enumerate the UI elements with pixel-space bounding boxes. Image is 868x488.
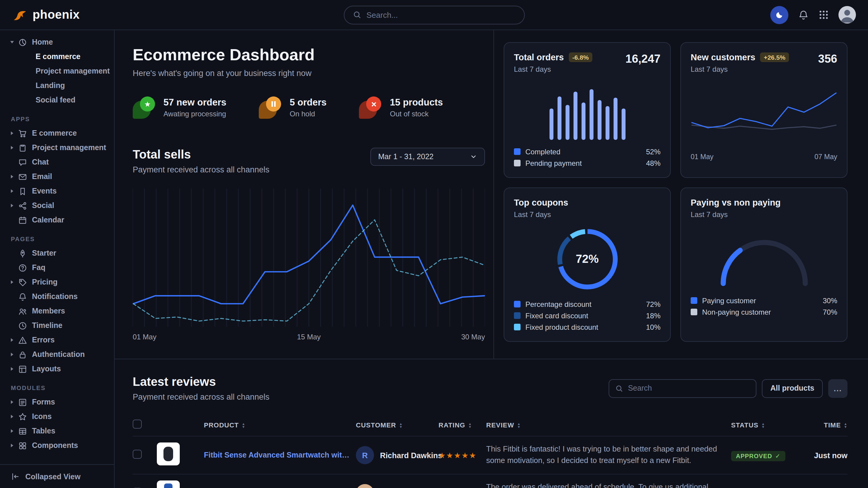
legend-label: Percentage discount xyxy=(525,300,591,308)
legend-value: 48% xyxy=(646,159,660,167)
caret-spacer xyxy=(11,295,13,298)
column-header-review[interactable]: REVIEW▲▼ xyxy=(486,415,731,436)
sidebar-item-label: Email xyxy=(32,172,52,181)
new-customers-card: New customers +26.5% Last 7 days 356 01 … xyxy=(680,42,847,178)
sidebar-item-notifications[interactable]: Notifications xyxy=(11,289,108,304)
sidebar-item-faq[interactable]: Faq xyxy=(11,260,108,275)
sidebar-item-tables[interactable]: Tables xyxy=(11,424,108,438)
column-header-rating[interactable]: RATING▲▼ xyxy=(438,415,486,436)
sort-icon[interactable]: ▲▼ xyxy=(399,423,403,428)
person-silhouette-icon xyxy=(356,484,374,488)
sidebar-item-starter[interactable]: Starter xyxy=(11,246,108,260)
customer-cell[interactable]: RRichard Dawkins xyxy=(356,446,434,464)
column-header-customer[interactable]: CUSTOMER▲▼ xyxy=(356,415,438,436)
navbar-actions xyxy=(770,6,856,24)
sidebar-item-authentication[interactable]: Authentication xyxy=(11,347,108,362)
theme-toggle-button[interactable] xyxy=(770,6,788,24)
legend-swatch xyxy=(514,148,521,155)
caret-right-icon xyxy=(11,338,13,342)
card-title: Total orders xyxy=(514,53,564,62)
sidebar-item-members[interactable]: Members xyxy=(11,304,108,318)
sidebar-item-landing[interactable]: Landing xyxy=(11,78,108,93)
sidebar-item-e-commerce[interactable]: E commerce xyxy=(11,50,108,64)
card-title: New customers xyxy=(691,53,755,62)
sidebar-item-email[interactable]: Email xyxy=(11,169,108,184)
legend-value: 52% xyxy=(646,148,660,156)
row-checkbox[interactable] xyxy=(133,449,142,458)
sort-icon[interactable]: ▲▼ xyxy=(844,423,847,428)
sidebar-item-calendar[interactable]: Calendar xyxy=(11,213,108,227)
sidebar-item-e-commerce[interactable]: E commerce xyxy=(11,126,108,140)
sidebar-item-icons[interactable]: Icons xyxy=(11,409,108,424)
all-products-button[interactable]: All products xyxy=(762,379,823,398)
column-header-time[interactable]: TIME▲▼ xyxy=(799,415,847,436)
avatar: R xyxy=(356,446,374,464)
card-period: Last 7 days xyxy=(691,210,837,219)
sidebar-item-social[interactable]: Social xyxy=(11,198,108,213)
legend-value: 72% xyxy=(646,300,660,308)
sidebar-item-social-feed[interactable]: Social feed xyxy=(11,93,108,107)
clipboard-icon xyxy=(18,143,27,152)
total-orders-bar-chart xyxy=(542,76,632,140)
sort-icon[interactable]: ▲▼ xyxy=(242,423,246,428)
cross-icon: × xyxy=(359,96,382,119)
sidebar-item-timeline[interactable]: Timeline xyxy=(11,318,108,333)
sidebar-item-components[interactable]: Components xyxy=(11,438,108,453)
reviews-search-input[interactable] xyxy=(628,384,750,392)
legend-label: Fixed card discount xyxy=(525,312,588,320)
sort-icon[interactable]: ▲▼ xyxy=(468,423,472,428)
calendar-icon xyxy=(18,216,27,225)
apps-grid-button[interactable] xyxy=(818,10,829,20)
bell-icon xyxy=(18,292,27,301)
rating-stars: ★★★★★ xyxy=(438,450,477,460)
form-icon xyxy=(18,398,27,406)
sidebar-item-project-management[interactable]: Project management xyxy=(11,64,108,78)
select-all-checkbox[interactable] xyxy=(133,420,142,429)
sidebar-item-layouts[interactable]: Layouts xyxy=(11,362,108,376)
column-header-status[interactable]: STATUS▲▼ xyxy=(731,415,799,436)
sidebar-item-chat[interactable]: Chat xyxy=(11,155,108,169)
legend: Completed 52% Pending payment 48% xyxy=(514,146,660,169)
table-row: iPhone 13 pro max-Pacific Blue-128GB sto… xyxy=(133,474,847,488)
sort-icon[interactable]: ▲▼ xyxy=(762,423,765,428)
more-options-button[interactable]: ... xyxy=(828,379,847,398)
customer-cell[interactable]: Ashley Garrett xyxy=(356,484,434,488)
shopping-cart-icon xyxy=(18,129,27,138)
rocket-icon xyxy=(18,249,27,258)
product-link[interactable]: Fitbit Sense Advanced Smartwatch with To… xyxy=(204,451,351,459)
stat-value: 15 products xyxy=(390,97,443,108)
layout-icon xyxy=(18,364,27,373)
column-header-product[interactable]: PRODUCT▲▼ xyxy=(204,415,356,436)
collapse-left-icon xyxy=(11,472,20,481)
order-stats-row: ★ 57 new orders Awating processing 5 ord… xyxy=(133,96,485,119)
envelope-icon xyxy=(18,172,27,181)
page-title: Ecommerce Dashboard xyxy=(133,46,485,65)
stat-on-hold: 5 orders On hold xyxy=(259,96,327,119)
sidebar-item-label: Social xyxy=(32,201,54,210)
review-text: The order was delivered ahead of schedul… xyxy=(486,482,725,488)
brand[interactable]: phoenix xyxy=(12,7,80,23)
sidebar-item-home[interactable]: Home xyxy=(11,35,108,50)
collapse-sidebar-button[interactable]: Collapsed View xyxy=(0,464,114,488)
sidebar-item-forms[interactable]: Forms xyxy=(11,395,108,409)
legend-item: Percentage discount 72% xyxy=(514,298,660,310)
donut-center-label: 72% xyxy=(554,226,620,292)
legend-value: 70% xyxy=(823,308,837,316)
reviews-title: Latest reviews xyxy=(133,375,269,389)
page-subtitle: Here's what's going on at your business … xyxy=(133,69,485,78)
caret-spacer xyxy=(11,251,13,255)
global-search-input[interactable] xyxy=(367,10,516,19)
sort-icon[interactable]: ▲▼ xyxy=(517,423,521,428)
gauge-chart xyxy=(713,232,815,289)
sidebar-item-label: E commerce xyxy=(36,53,81,61)
card-period: Last 7 days xyxy=(514,210,660,219)
legend-item: Fixed product discount 10% xyxy=(514,321,660,333)
sidebar-item-errors[interactable]: Errors xyxy=(11,333,108,347)
sidebar-item-project-management[interactable]: Project management xyxy=(11,140,108,155)
notifications-button[interactable] xyxy=(798,9,809,20)
sidebar-item-events[interactable]: Events xyxy=(11,184,108,198)
sidebar-item-pricing[interactable]: Pricing xyxy=(11,275,108,289)
sidebar-item-label: Social feed xyxy=(36,96,75,104)
date-range-select[interactable]: Mar 1 - 31, 2022 xyxy=(370,148,485,166)
user-avatar[interactable] xyxy=(838,6,856,24)
